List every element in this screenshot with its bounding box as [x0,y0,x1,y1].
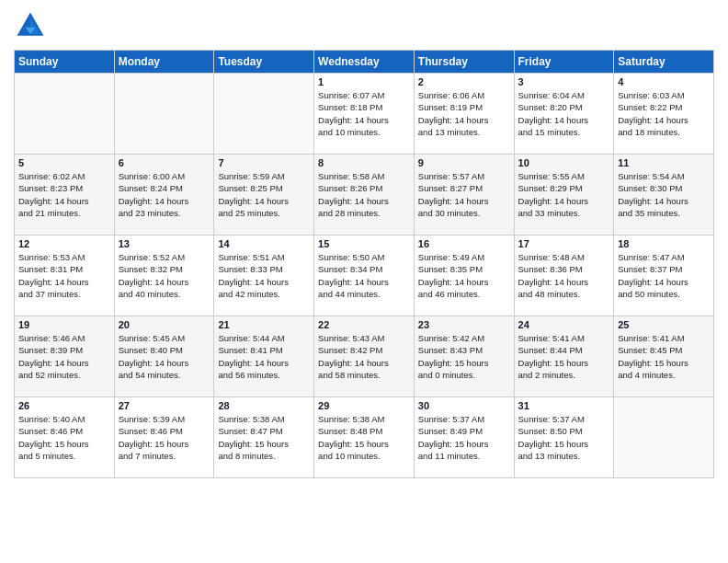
day-number: 9 [418,157,510,168]
calendar-cell: 29Sunrise: 5:38 AMSunset: 8:48 PMDayligh… [314,397,415,478]
day-number: 17 [518,238,610,249]
cell-line: and 50 minutes. [618,288,710,300]
cell-line: Sunrise: 5:40 AM [18,413,110,425]
day-number: 10 [518,157,610,168]
calendar-cell: 18Sunrise: 5:47 AMSunset: 8:37 PMDayligh… [614,236,714,316]
cell-content: Sunrise: 5:38 AMSunset: 8:47 PMDaylight:… [218,413,310,462]
cell-line: and 7 minutes. [119,450,210,462]
calendar-cell: 31Sunrise: 5:37 AMSunset: 8:50 PMDayligh… [514,397,614,478]
cell-line: Sunset: 8:46 PM [18,425,110,437]
cell-content: Sunrise: 5:57 AMSunset: 8:27 PMDaylight:… [418,170,510,219]
cell-line: Sunset: 8:32 PM [119,263,210,275]
calendar-cell: 17Sunrise: 5:48 AMSunset: 8:36 PMDayligh… [514,236,614,316]
cell-line: and 18 minutes. [618,126,710,138]
cell-line: Sunrise: 6:02 AM [18,170,110,182]
cell-content: Sunrise: 5:37 AMSunset: 8:49 PMDaylight:… [418,413,510,462]
cell-line: Sunset: 8:29 PM [518,182,610,194]
calendar-cell: 20Sunrise: 5:45 AMSunset: 8:40 PMDayligh… [114,316,214,397]
cell-line: Sunrise: 6:03 AM [618,89,710,101]
calendar-cell: 11Sunrise: 5:54 AMSunset: 8:30 PMDayligh… [614,155,714,236]
cell-line: and 48 minutes. [518,288,610,300]
cell-line: Sunrise: 5:58 AM [318,170,410,182]
cell-content: Sunrise: 5:52 AMSunset: 8:32 PMDaylight:… [119,251,210,300]
cell-line: Sunset: 8:24 PM [119,182,210,194]
cell-line: Daylight: 14 hours [418,114,510,126]
cell-content: Sunrise: 6:03 AMSunset: 8:22 PMDaylight:… [618,89,710,138]
cell-line: Daylight: 14 hours [618,276,710,288]
cell-line: Daylight: 14 hours [418,276,510,288]
cell-line: Sunrise: 6:06 AM [418,89,510,101]
day-number: 7 [218,157,310,168]
day-number: 16 [418,238,510,249]
cell-line: Sunrise: 6:00 AM [119,170,210,182]
cell-line: Sunrise: 5:43 AM [318,332,410,344]
calendar-cell: 5Sunrise: 6:02 AMSunset: 8:23 PMDaylight… [15,155,115,236]
weekday-header-row: SundayMondayTuesdayWednesdayThursdayFrid… [15,51,714,74]
cell-line: and 4 minutes. [618,369,710,381]
cell-line: Sunset: 8:42 PM [318,344,410,356]
calendar-table: SundayMondayTuesdayWednesdayThursdayFrid… [14,50,714,478]
day-number: 15 [318,238,410,249]
cell-line: Sunrise: 5:44 AM [218,332,310,344]
cell-line: and 11 minutes. [418,450,510,462]
cell-content: Sunrise: 5:58 AMSunset: 8:26 PMDaylight:… [318,170,410,219]
day-number: 23 [418,319,510,330]
cell-line: and 8 minutes. [218,450,310,462]
calendar-week-0: 1Sunrise: 6:07 AMSunset: 8:18 PMDaylight… [15,74,714,155]
cell-line: Sunset: 8:47 PM [218,425,310,437]
calendar-cell: 30Sunrise: 5:37 AMSunset: 8:49 PMDayligh… [414,397,514,478]
calendar-cell: 26Sunrise: 5:40 AMSunset: 8:46 PMDayligh… [15,397,115,478]
cell-line: Sunset: 8:22 PM [618,101,710,113]
weekday-header-tuesday: Tuesday [214,51,314,74]
cell-line: Sunrise: 5:41 AM [618,332,710,344]
cell-line: Daylight: 14 hours [218,357,310,369]
calendar-cell [114,74,214,155]
cell-line: Sunset: 8:37 PM [618,263,710,275]
cell-content: Sunrise: 5:39 AMSunset: 8:46 PMDaylight:… [119,413,210,462]
cell-content: Sunrise: 5:49 AMSunset: 8:35 PMDaylight:… [418,251,510,300]
calendar-cell: 23Sunrise: 5:42 AMSunset: 8:43 PMDayligh… [414,316,514,397]
cell-line: Sunset: 8:40 PM [119,344,210,356]
calendar-cell: 10Sunrise: 5:55 AMSunset: 8:29 PMDayligh… [514,155,614,236]
cell-line: and 5 minutes. [18,450,110,462]
cell-line: Sunset: 8:25 PM [218,182,310,194]
cell-line: Sunset: 8:26 PM [318,182,410,194]
calendar-cell [15,74,115,155]
cell-line: Daylight: 14 hours [318,357,410,369]
cell-line: Sunset: 8:27 PM [418,182,510,194]
cell-line: Sunset: 8:39 PM [18,344,110,356]
day-number: 6 [119,157,210,168]
cell-line: Daylight: 14 hours [218,195,310,207]
cell-line: Sunset: 8:43 PM [418,344,510,356]
calendar-cell: 1Sunrise: 6:07 AMSunset: 8:18 PMDaylight… [314,74,415,155]
day-number: 4 [618,76,710,87]
cell-content: Sunrise: 5:55 AMSunset: 8:29 PMDaylight:… [518,170,610,219]
cell-line: Sunrise: 5:37 AM [518,413,610,425]
cell-line: Sunset: 8:23 PM [18,182,110,194]
cell-content: Sunrise: 5:50 AMSunset: 8:34 PMDaylight:… [318,251,410,300]
cell-line: Sunrise: 5:42 AM [418,332,510,344]
cell-line: Daylight: 15 hours [119,438,210,450]
day-number: 3 [518,76,610,87]
weekday-header-friday: Friday [514,51,614,74]
calendar-cell: 27Sunrise: 5:39 AMSunset: 8:46 PMDayligh… [114,397,214,478]
day-number: 27 [119,400,210,411]
calendar-cell: 2Sunrise: 6:06 AMSunset: 8:19 PMDaylight… [414,74,514,155]
calendar-cell: 12Sunrise: 5:53 AMSunset: 8:31 PMDayligh… [15,236,115,316]
calendar-cell: 28Sunrise: 5:38 AMSunset: 8:47 PMDayligh… [214,397,314,478]
calendar-cell: 3Sunrise: 6:04 AMSunset: 8:20 PMDaylight… [514,74,614,155]
day-number: 14 [218,238,310,249]
cell-line: and 30 minutes. [418,207,510,219]
cell-line: Sunrise: 5:45 AM [119,332,210,344]
calendar-cell: 6Sunrise: 6:00 AMSunset: 8:24 PMDaylight… [114,155,214,236]
cell-content: Sunrise: 5:47 AMSunset: 8:37 PMDaylight:… [618,251,710,300]
day-number: 1 [318,76,410,87]
day-number: 2 [418,76,510,87]
cell-line: Sunset: 8:41 PM [218,344,310,356]
calendar-cell: 22Sunrise: 5:43 AMSunset: 8:42 PMDayligh… [314,316,415,397]
calendar-cell: 7Sunrise: 5:59 AMSunset: 8:25 PMDaylight… [214,155,314,236]
calendar-cell: 8Sunrise: 5:58 AMSunset: 8:26 PMDaylight… [314,155,415,236]
calendar-body: 1Sunrise: 6:07 AMSunset: 8:18 PMDaylight… [15,74,714,478]
logo [14,9,51,42]
cell-line: Sunset: 8:48 PM [318,425,410,437]
